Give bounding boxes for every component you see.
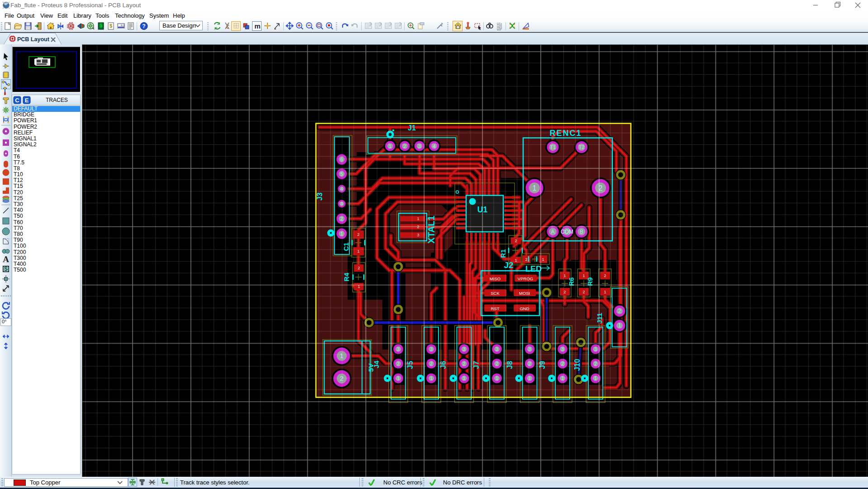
svg-text:m: m: [254, 22, 260, 30]
svg-text:?: ?: [142, 23, 145, 29]
svg-text:C: C: [15, 97, 19, 104]
svg-text:0.1: 0.1: [121, 24, 125, 27]
svg-text:$: $: [110, 23, 112, 29]
svg-text:S: S: [4, 266, 8, 272]
svg-text:U3: U3: [497, 28, 501, 31]
svg-text:A: A: [3, 254, 9, 264]
svg-text:E: E: [25, 97, 29, 104]
